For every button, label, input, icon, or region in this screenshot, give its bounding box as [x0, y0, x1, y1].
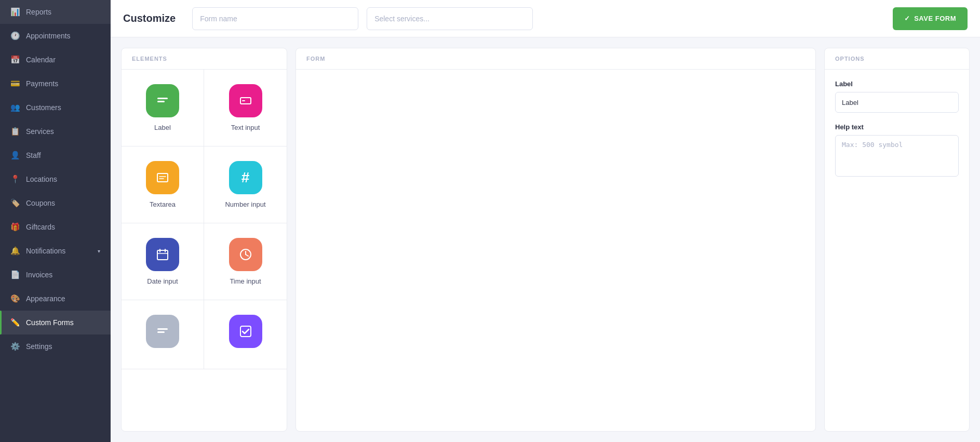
payments-icon: 💳 — [10, 79, 20, 88]
item7-icon — [146, 315, 179, 348]
item8-icon — [229, 315, 262, 348]
sidebar-item-appearance[interactable]: 🎨 Appearance — [0, 287, 111, 311]
sidebar-item-label: Appointments — [26, 32, 71, 40]
sidebar-item-label: Notifications — [26, 247, 65, 255]
sidebar-item-invoices[interactable]: 📄 Invoices — [0, 263, 111, 287]
element-label[interactable]: Label — [122, 70, 204, 146]
date-input-icon — [146, 238, 179, 271]
sidebar-item-giftcards[interactable]: 🎁 Giftcards — [0, 215, 111, 239]
coupons-icon: 🏷️ — [10, 198, 20, 208]
select-services-input[interactable] — [367, 7, 533, 30]
giftcards-icon: 🎁 — [10, 222, 20, 232]
sidebar-item-calendar[interactable]: 📅 Calendar — [0, 48, 111, 72]
textarea-label: Textarea — [150, 200, 176, 208]
time-input-label: Time input — [230, 277, 261, 285]
element-text-input[interactable]: Text input — [204, 70, 287, 146]
svg-rect-0 — [157, 98, 168, 99]
number-input-icon: # — [229, 161, 262, 194]
staff-icon: 👤 — [10, 151, 20, 160]
sidebar-item-label: Customers — [26, 103, 61, 112]
sidebar-item-appointments[interactable]: 🕐 Appointments — [0, 24, 111, 48]
label-label: Label — [154, 124, 171, 131]
sidebar-item-services[interactable]: 📋 Services — [0, 119, 111, 143]
element-date-input[interactable]: Date input — [122, 223, 204, 300]
notifications-icon: 🔔 — [10, 246, 20, 256]
sidebar-item-label: Payments — [26, 79, 58, 88]
sidebar-item-staff[interactable]: 👤 Staff — [0, 143, 111, 167]
save-form-button[interactable]: ✓ SAVE FORM — [893, 7, 968, 30]
label-icon — [146, 84, 179, 117]
appearance-icon: 🎨 — [10, 294, 20, 303]
form-panel-header: FORM — [296, 48, 815, 70]
form-panel: FORM — [296, 48, 816, 432]
sidebar: 📊 Reports 🕐 Appointments 📅 Calendar 💳 Pa… — [0, 0, 111, 442]
elements-panel-header: ELEMENTS — [122, 48, 287, 70]
appointments-icon: 🕐 — [10, 31, 20, 41]
form-name-input[interactable] — [192, 7, 358, 30]
sidebar-item-custom-forms[interactable]: ✏️ Custom Forms — [0, 311, 111, 334]
help-text-input[interactable] — [835, 135, 959, 177]
svg-line-13 — [246, 255, 248, 256]
svg-rect-7 — [157, 250, 168, 260]
text-input-icon — [229, 84, 262, 117]
sidebar-item-label: Services — [26, 127, 54, 136]
services-icon: 📋 — [10, 127, 20, 136]
date-input-label: Date input — [147, 277, 178, 285]
sidebar-item-label: Appearance — [26, 294, 65, 303]
svg-rect-14 — [157, 328, 168, 330]
elements-panel: ELEMENTS Label Text input Textarea # Num… — [121, 48, 287, 432]
element-textarea[interactable]: Textarea — [122, 146, 204, 223]
sidebar-item-label: Giftcards — [26, 223, 55, 231]
sidebar-item-label: Settings — [26, 342, 52, 351]
number-input-label: Number input — [225, 200, 265, 208]
help-text-field-heading: Help text — [835, 123, 959, 131]
element-item8[interactable] — [204, 300, 287, 369]
text-input-label: Text input — [231, 124, 260, 131]
label-field-heading: Label — [835, 80, 959, 88]
sidebar-item-coupons[interactable]: 🏷️ Coupons — [0, 191, 111, 215]
sidebar-item-label: Coupons — [26, 199, 55, 207]
svg-rect-15 — [157, 331, 165, 333]
elements-grid: Label Text input Textarea # Number input… — [122, 70, 287, 369]
options-panel-header: OPTIONS — [825, 48, 969, 70]
sidebar-item-label: Staff — [26, 151, 41, 159]
sidebar-item-customers[interactable]: 👥 Customers — [0, 96, 111, 119]
sidebar-item-label: Invoices — [26, 271, 52, 279]
invoices-icon: 📄 — [10, 270, 20, 279]
customers-icon: 👥 — [10, 103, 20, 112]
element-item7[interactable] — [122, 300, 204, 369]
sidebar-item-notifications[interactable]: 🔔 Notifications ▾ — [0, 239, 111, 263]
calendar-icon: 📅 — [10, 55, 20, 64]
element-number-input[interactable]: # Number input — [204, 146, 287, 223]
custom-forms-icon: ✏️ — [10, 318, 20, 327]
sidebar-item-label: Locations — [26, 175, 57, 183]
topbar: Customize ✓ SAVE FORM — [111, 0, 980, 37]
sidebar-item-label: Custom Forms — [26, 318, 74, 327]
sidebar-item-label: Reports — [26, 8, 51, 16]
options-panel: OPTIONS Label Help text — [824, 48, 970, 432]
sidebar-item-payments[interactable]: 💳 Payments — [0, 72, 111, 96]
main-content: Customize ✓ SAVE FORM ELEMENTS Label Tex… — [111, 0, 980, 442]
time-input-icon — [229, 238, 262, 271]
sidebar-item-reports[interactable]: 📊 Reports — [0, 0, 111, 24]
textarea-icon — [146, 161, 179, 194]
svg-rect-4 — [157, 173, 168, 182]
sidebar-item-label: Calendar — [26, 56, 56, 64]
save-form-label: SAVE FORM — [914, 15, 956, 22]
page-title: Customize — [123, 12, 176, 24]
content-area: ELEMENTS Label Text input Textarea # Num… — [111, 37, 980, 442]
locations-icon: 📍 — [10, 175, 20, 184]
sidebar-item-settings[interactable]: ⚙️ Settings — [0, 334, 111, 358]
element-time-input[interactable]: Time input — [204, 223, 287, 300]
save-check-icon: ✓ — [904, 15, 910, 22]
svg-rect-1 — [157, 101, 165, 102]
sidebar-item-locations[interactable]: 📍 Locations — [0, 167, 111, 191]
settings-icon: ⚙️ — [10, 342, 20, 351]
options-body: Label Help text — [825, 70, 969, 189]
label-input[interactable] — [835, 92, 959, 113]
reports-icon: 📊 — [10, 7, 20, 17]
chevron-down-icon: ▾ — [98, 248, 100, 254]
